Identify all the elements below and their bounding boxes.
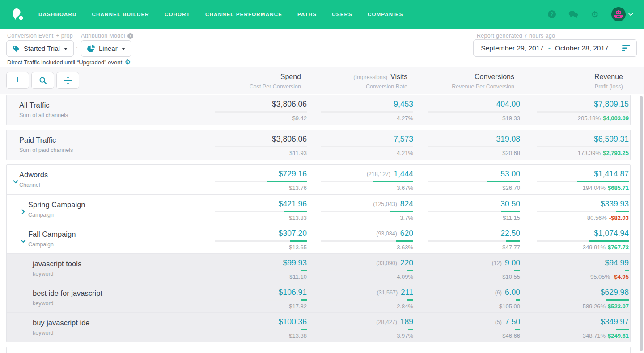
metric-cell: $1,414.87 194.04%$685.71 — [517, 165, 629, 191]
metric-paren-value: (125,043) — [373, 201, 397, 207]
metric-bar — [321, 111, 413, 113]
table-row[interactable]: buy javascript ide keyword $100.36 $13.3… — [7, 312, 630, 342]
chat-icon[interactable] — [568, 9, 578, 19]
table-row[interactable]: best ide for javascript keyword $106.91 … — [7, 283, 630, 312]
metric-subvalue: 3.63% — [301, 244, 413, 251]
metric-cell: 319.08 $20.68 — [408, 130, 520, 156]
table-row[interactable]: Video Channel $322.20 275 14.00 $844.97 — [7, 347, 630, 353]
date-filter-button[interactable] — [616, 40, 636, 56]
nav-item-companies[interactable]: COMPANIES — [368, 12, 403, 17]
nav-item-dashboard[interactable]: DASHBOARD — [38, 12, 77, 17]
account-menu[interactable] — [611, 7, 633, 21]
column-header-revenue[interactable]: Revenue Profit (loss) — [489, 73, 623, 90]
table-row[interactable]: javascript tools keyword $99.93 $11.10 (… — [7, 253, 630, 283]
metric-subvalue: $11.93 — [195, 150, 307, 156]
date-range-values[interactable]: September 29, 2017 - October 28, 2017 — [474, 44, 616, 52]
profit-percent: 589.26% — [583, 303, 606, 310]
metric-value[interactable]: $6,599.31 — [594, 134, 629, 143]
metric-cell: 7,573 4.21% — [301, 130, 413, 156]
attribution-model-value: Linear — [99, 45, 118, 52]
help-icon[interactable]: ? — [547, 9, 557, 19]
metric-bar — [215, 240, 307, 242]
add-prop-link[interactable]: + prop — [56, 33, 73, 39]
date-range-picker[interactable]: September 29, 2017 - October 28, 2017 — [473, 39, 637, 57]
nav-items: DASHBOARD CHANNEL BUILDER COHORT CHANNEL… — [38, 12, 403, 17]
profit-amount: $767.73 — [608, 244, 629, 251]
conversion-event-select[interactable]: Started Trial — [6, 40, 74, 57]
metric-subvalue: 80.56%-$82.03 — [517, 214, 629, 221]
metric-value[interactable]: $629.98 — [601, 288, 629, 297]
table-row[interactable]: All Traffic Sum of all channels $3,806.0… — [7, 95, 630, 125]
date-separator: - — [548, 44, 551, 52]
metric-subvalue: $11.15 — [408, 214, 520, 221]
metric-cell: $322.20 — [195, 347, 307, 353]
metric-subvalue: 205.18%$4,003.09 — [517, 115, 629, 122]
metric-subvalue: 194.04%$685.71 — [517, 185, 629, 191]
metric-cell: (93,084)620 3.63% — [301, 224, 413, 251]
metric-subvalue: $11.10 — [195, 273, 307, 280]
nav-item-cohort[interactable]: COHORT — [165, 12, 190, 17]
filter-separator: : — [76, 45, 78, 52]
nav-item-users[interactable]: USERS — [332, 12, 352, 17]
metric-cell: 14.00 — [408, 347, 520, 353]
metric-subvalue: 349.91%$767.73 — [517, 244, 629, 251]
metric-bar — [428, 181, 520, 182]
table-row[interactable]: Adwords Channel $729.16 $13.76 (218,127)… — [7, 165, 630, 194]
metric-bar — [428, 111, 520, 113]
metric-paren-value: (5) — [495, 319, 502, 325]
search-icon — [39, 76, 47, 84]
metric-cell: $99.93 $11.10 — [195, 254, 307, 280]
metric-value[interactable]: $339.93 — [601, 199, 629, 208]
date-start: September 29, 2017 — [481, 44, 543, 52]
metric-bar — [215, 270, 307, 271]
note-settings-gear-icon[interactable]: ⚙ — [125, 58, 131, 66]
profit-amount: $685.71 — [608, 185, 629, 191]
attribution-logo-icon[interactable] — [11, 8, 24, 21]
table-row[interactable]: Fall Campaign Campaign $307.20 $13.65 (9… — [7, 224, 630, 253]
search-button[interactable] — [31, 72, 54, 89]
attribution-model-select[interactable]: Linear — [81, 40, 131, 57]
expand-chevron-icon[interactable] — [20, 238, 26, 244]
metric-bar — [215, 211, 307, 212]
metric-value[interactable]: $1,074.94 — [594, 229, 629, 238]
metric-cell: $3,806.06 $9.42 — [195, 95, 307, 122]
profit-amount: $523.07 — [608, 303, 629, 310]
metric-value[interactable]: 404.00 — [496, 100, 520, 109]
metric-value[interactable]: $94.99 — [605, 258, 629, 267]
metric-value[interactable]: $7,809.15 — [594, 100, 629, 109]
metric-value[interactable]: $349.97 — [601, 317, 629, 326]
metric-paren-value: (31,567) — [377, 290, 398, 296]
metric-cell: (31,567)211 2.84% — [301, 283, 413, 310]
expand-chevron-icon[interactable] — [13, 179, 19, 185]
metric-cell: $94.99 95.05%-$4.95 — [517, 254, 629, 280]
table-header: + Spend Cost Per Conversion (Impressions… — [0, 67, 644, 94]
nav-item-channel-builder[interactable]: CHANNEL BUILDER — [92, 12, 149, 17]
profit-percent: 349.91% — [583, 244, 606, 251]
metric-bar — [215, 181, 307, 182]
metric-paren-value: (12) — [492, 260, 502, 266]
settings-gear-icon[interactable]: ⚙ — [590, 9, 600, 19]
metric-value[interactable]: $1,414.87 — [594, 169, 629, 178]
chevron-down-icon — [122, 48, 125, 50]
nav-item-channel-performance[interactable]: CHANNEL PERFORMANCE — [205, 12, 282, 17]
add-channel-button[interactable]: + — [6, 72, 29, 89]
metric-cell: 22.50 $47.77 — [408, 224, 520, 251]
metric-subvalue: $46.66 — [408, 332, 520, 339]
metric-cell: $339.93 80.56%-$82.03 — [517, 195, 629, 221]
expand-chevron-icon[interactable] — [20, 209, 26, 215]
metric-paren-value: (28,427) — [376, 319, 397, 325]
vertical-scrollbar[interactable] — [640, 96, 643, 351]
reorder-move-button[interactable] — [56, 72, 79, 89]
table-row[interactable]: Spring Campaign Campaign $421.96 $13.83 … — [7, 194, 630, 224]
metric-cell: $7,809.15 205.18%$4,003.09 — [517, 95, 629, 122]
metric-value[interactable]: 319.08 — [496, 134, 520, 143]
profit-percent: 194.04% — [583, 185, 606, 191]
direct-traffic-note-text: Direct Traffic included until “Upgraded”… — [7, 59, 122, 66]
table-row[interactable]: Paid Traffic Sum of paid channels $3,806… — [7, 130, 630, 160]
profit-amount: $249.61 — [608, 332, 629, 339]
nav-item-paths[interactable]: PATHS — [297, 12, 317, 17]
metric-subvalue: $9.42 — [195, 115, 307, 122]
metric-paren-value: (218,127) — [367, 171, 391, 177]
user-avatar[interactable] — [611, 7, 626, 21]
info-icon[interactable]: i — [127, 33, 133, 39]
